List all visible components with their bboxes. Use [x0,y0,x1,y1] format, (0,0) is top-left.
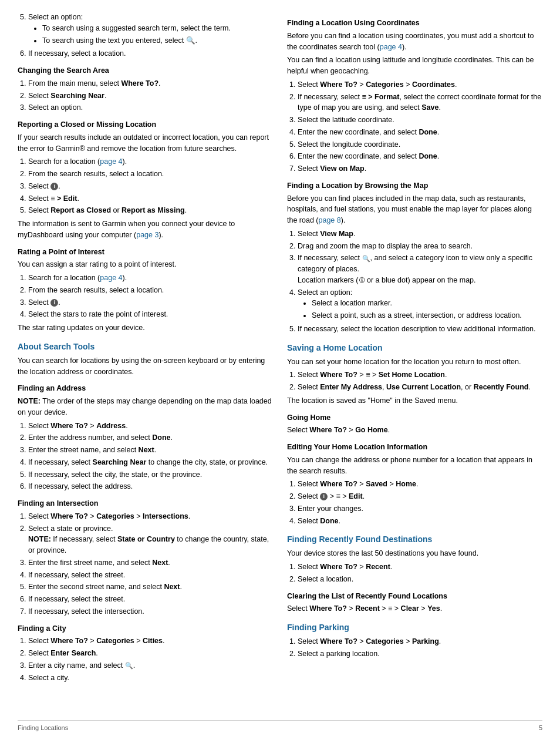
going-home-title: Going Home [287,412,542,423]
map-step-1: Select View Map. [298,228,542,240]
saving-home-steps: Select Where To? > ≡ > Set Home Location… [298,369,542,393]
eh-step-4: Select Done. [298,516,542,527]
coord-step-1: Select Where To? > Categories > Coordina… [298,79,542,90]
coord-page-ref-1[interactable]: page 4 [380,43,402,51]
fa-step-3: Enter the street name, and select Next. [28,445,273,456]
eh-step-1: Select Where To? > Saved > Home. [298,479,542,490]
rat-step-1: Search for a location (page 4). [28,273,273,284]
fc-step-2: Select Enter Search. [28,648,273,659]
finding-coordinates-intro1: Before you can find a location using coo… [287,31,542,53]
info-icon-3: i [320,493,328,500]
clearing-list-text: Select Where To? > Recent > ≡ > Clear > … [287,603,542,614]
map-sub-list: Select a location marker. Select a point… [312,298,542,321]
reporting-title: Reporting a Closed or Missing Location [18,119,273,130]
clearing-list-title: Clearing the List of Recently Found Loca… [287,591,542,602]
coord-step-2: If necessary, select ≡ > Format, select … [298,92,542,114]
info-icon-1: i [50,183,58,190]
map-sub-1: Select a location marker. [312,298,542,309]
eh-step-3: Enter your changes. [298,503,542,515]
map-step-2: Drag and zoom the map to display the are… [298,241,542,252]
info-icon-2: i [50,299,58,307]
rat-step-2: From the search results, select a locati… [28,285,273,296]
reporting-intro: If your search results include an outdat… [18,132,273,154]
fa-step-4: If necessary, select Searching Near to c… [28,457,273,468]
finding-coordinates-steps: Select Where To? > Categories > Coordina… [298,79,542,174]
finding-parking-steps: Select Where To? > Categories > Parking.… [298,636,542,660]
csa-step-2: Select Searching Near. [28,90,273,102]
fc-step-3: Enter a city name, and select 🔍. [28,660,273,671]
going-home-text: Select Where To? > Go Home. [287,425,542,436]
fi-step-5: Enter the second street name, and select… [28,581,273,593]
map-sub-2: Select a point, such as a street, inters… [312,310,542,321]
map-step-3: If necessary, select 🔍, and select a cat… [298,253,542,285]
rep-step-5: Select Report as Closed or Report as Mis… [28,205,273,216]
rep-step-3: Select i. [28,181,273,192]
rf-step-1: Select Where To? > Recent. [298,562,542,573]
fi-step-1: Select Where To? > Categories > Intersec… [28,511,273,522]
finding-intersection-steps: Select Where To? > Categories > Intersec… [28,511,273,617]
saving-home-intro: You can set your home location for the l… [287,357,542,368]
finding-intersection-title: Finding an Intersection [18,498,273,509]
fi-step-3: Enter the first street name, and select … [28,557,273,569]
about-search-tools-title: About Search Tools [18,341,273,353]
finding-address-title: Finding an Address [18,383,273,394]
coord-step-7: Select View on Map. [298,163,542,174]
finding-address-note: NOTE: The order of the steps may change … [18,396,273,418]
intro-step-5: Select an option: To search using a sugg… [28,12,273,46]
fa-step-5: If necessary, select the city, the state… [28,469,273,480]
saving-home-title: Saving a Home Location [287,342,542,354]
rep-page-ref-2[interactable]: page 3 [136,231,158,239]
intro-step-6: If necessary, select a location. [28,48,273,59]
fi-step-4: If necessary, select the street. [28,570,273,581]
coord-step-3: Select the latitude coordinate. [298,115,542,126]
rat-step-3: Select i. [28,297,273,308]
rf-step-2: Select a location. [298,574,542,585]
intro-steps-list: Select an option: To search using a sugg… [28,12,273,59]
csa-step-1: From the main menu, select Where To?. [28,78,273,89]
finding-parking-title: Finding Parking [287,621,542,634]
map-page-ref-1[interactable]: page 8 [319,216,341,224]
left-column: Select an option: To search using a sugg… [18,12,273,711]
footer-right: 5 [539,724,542,731]
reporting-steps: Search for a location (page 4). From the… [28,156,273,216]
intro-sub-2: To search using the text you entered, se… [42,35,273,46]
rating-note: The star rating updates on your device. [18,322,273,334]
coord-step-6: Enter the new coordinate, and select Don… [298,151,542,162]
sh-saved-note: The location is saved as "Home" in the S… [287,395,542,406]
fa-step-6: If necessary, select the address. [28,481,273,492]
recently-found-title: Finding Recently Found Destinations [287,533,542,546]
rep-step-1: Search for a location (page 4). [28,156,273,167]
finding-address-steps: Select Where To? > Address. Enter the ad… [28,421,273,493]
eh-step-2: Select i > ≡ > Edit. [298,491,542,502]
about-search-tools-intro: You can search for locations by using th… [18,355,273,378]
rat-step-4: Select the stars to rate the point of in… [28,309,273,320]
rep-step-4: Select ≡ > Edit. [28,193,273,204]
fa-step-1: Select Where To? > Address. [28,421,273,432]
finding-by-map-title: Finding a Location by Browsing the Map [287,180,542,191]
rating-intro: You can assign a star rating to a point … [18,259,273,270]
rep-page-ref-1[interactable]: page 4 [100,157,122,166]
editing-home-steps: Select Where To? > Saved > Home. Select … [298,479,542,526]
finding-coordinates-intro2: You can find a location using latitude a… [287,55,542,77]
rating-title: Rating a Point of Interest [18,247,273,258]
sh-step-2: Select Enter My Address, Use Current Loc… [298,382,542,393]
map-step-4: Select an option: Select a location mark… [298,287,542,321]
fa-step-2: Enter the address number, and select Don… [28,432,273,443]
recently-found-steps: Select Where To? > Recent. Select a loca… [298,562,542,585]
changing-search-area-steps: From the main menu, select Where To?. Se… [28,78,273,113]
right-column: Finding a Location Using Coordinates Bef… [287,12,542,711]
recently-found-intro: Your device stores the last 50 destinati… [287,548,542,559]
fi-step-2: Select a state or province. NOTE: If nec… [28,523,273,556]
rat-page-ref-1[interactable]: page 4 [100,274,122,282]
search-icon: 🔍 [186,36,195,45]
finding-coordinates-title: Finding a Location Using Coordinates [287,18,542,29]
fi-step-6: If necessary, select the street. [28,594,273,605]
finding-by-map-intro: Before you can find places included in t… [287,193,542,226]
fc-step-4: Select a city. [28,673,273,684]
finding-city-steps: Select Where To? > Categories > Cities. … [28,636,273,683]
csa-step-3: Select an option. [28,102,273,113]
finding-city-title: Finding a City [18,623,273,634]
intro-sub-list: To search using a suggested search term,… [42,23,273,46]
fp-step-1: Select Where To? > Categories > Parking. [298,636,542,647]
editing-home-intro: You can change the address or phone numb… [287,455,542,477]
